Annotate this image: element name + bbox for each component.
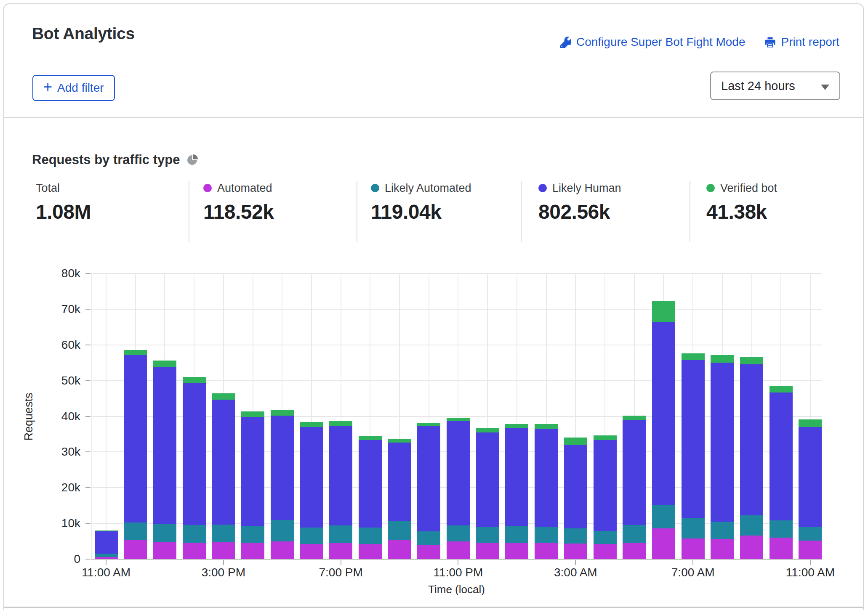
- bar-segment-verified-bot: [799, 419, 822, 427]
- x-tick: [458, 560, 458, 565]
- bar-segment-likely-human: [594, 440, 617, 531]
- bar-segment-automated: [359, 544, 382, 559]
- bar-segment-verified-bot: [183, 377, 206, 383]
- bar-segment-verified-bot: [153, 361, 176, 367]
- y-tick-label: 30k: [44, 445, 80, 459]
- bar-segment-verified-bot: [271, 410, 294, 416]
- x-tick-label: 11:00 AM: [60, 566, 152, 579]
- section-bottom-divider: [4, 607, 863, 608]
- bar-segment-verified-bot: [564, 438, 587, 445]
- bar-segment-likely-human: [241, 417, 264, 526]
- bar-segment-likely-human: [564, 445, 587, 528]
- bar-segment-verified-bot: [300, 422, 323, 427]
- bar-segment-likely-automated: [711, 522, 734, 539]
- bar-segment-automated: [594, 544, 617, 559]
- bar-segment-automated: [124, 540, 147, 559]
- bar-segment-automated: [388, 540, 411, 559]
- bar-segment-likely-automated: [740, 515, 763, 536]
- x-tick-label: 7:00 PM: [295, 566, 387, 579]
- y-tick: [85, 416, 91, 417]
- bar-segment-likely-human: [623, 420, 646, 525]
- bar-segment-automated: [183, 543, 206, 559]
- bar-segment-likely-human: [300, 427, 323, 528]
- bar-segment-likely-human: [769, 393, 793, 520]
- bar-segment-likely-automated: [476, 527, 499, 543]
- bar-segment-likely-automated: [241, 526, 264, 543]
- bar-segment-likely-human: [711, 363, 734, 522]
- x-tick-label: 3:00 AM: [529, 566, 622, 579]
- bar-segment-likely-automated: [447, 525, 470, 541]
- x-axis-line: [91, 559, 822, 560]
- bar-segment-likely-automated: [329, 525, 352, 543]
- horizontal-gridline: [91, 309, 822, 310]
- bar-segment-likely-automated: [95, 554, 118, 557]
- bar-segment-automated: [241, 543, 264, 559]
- bar-segment-likely-human: [359, 440, 382, 528]
- bar-segment-verified-bot: [447, 418, 470, 421]
- bar-segment-automated: [769, 538, 793, 559]
- bar-segment-automated: [212, 542, 235, 559]
- bar-segment-verified-bot: [329, 421, 352, 426]
- bar-segment-likely-human: [124, 355, 147, 522]
- bar-segment-likely-automated: [212, 525, 235, 542]
- bar-segment-likely-automated: [682, 518, 705, 538]
- bar-segment-likely-human: [799, 427, 822, 527]
- bar-segment-likely-human: [740, 364, 763, 515]
- bar-segment-likely-automated: [623, 525, 646, 543]
- bar-segment-automated: [153, 542, 176, 559]
- bar-segment-automated: [300, 544, 323, 559]
- y-tick: [85, 380, 91, 381]
- x-axis-title: Time (local): [394, 583, 520, 596]
- bar-segment-likely-human: [183, 383, 206, 525]
- bar-segment-likely-automated: [505, 526, 528, 543]
- bar-segment-verified-bot: [95, 530, 118, 531]
- x-tick: [341, 560, 341, 565]
- bar-segment-likely-automated: [183, 525, 206, 543]
- bar-segment-likely-human: [153, 367, 176, 524]
- bar-segment-automated: [476, 543, 499, 559]
- bar-segment-likely-automated: [564, 528, 587, 544]
- bar-segment-likely-automated: [271, 520, 294, 541]
- y-tick-label: 40k: [44, 409, 80, 424]
- bar-segment-verified-bot: [476, 428, 499, 432]
- bar-segment-likely-human: [417, 426, 440, 531]
- y-tick: [85, 345, 91, 345]
- bar-segment-automated: [682, 538, 705, 559]
- bar-segment-verified-bot: [594, 435, 617, 440]
- x-tick-label: 11:00 AM: [764, 566, 857, 579]
- bar-segment-likely-human: [505, 428, 528, 526]
- y-tick-label: 10k: [44, 516, 80, 530]
- bar-segment-likely-automated: [594, 531, 617, 544]
- bar-segment-likely-human: [271, 416, 294, 520]
- bar-segment-automated: [417, 545, 440, 559]
- x-tick-label: 3:00 PM: [177, 566, 270, 579]
- x-tick: [810, 560, 811, 565]
- bar-segment-automated: [447, 541, 470, 559]
- bar-segment-verified-bot: [505, 424, 528, 428]
- bar-segment-likely-automated: [769, 520, 793, 538]
- y-tick: [85, 559, 91, 560]
- bar-segment-verified-bot: [682, 353, 705, 360]
- bar-segment-likely-automated: [359, 528, 382, 544]
- y-tick: [85, 451, 91, 452]
- bar-segment-automated: [740, 536, 763, 559]
- bar-segment-likely-automated: [799, 527, 822, 541]
- bar-segment-verified-bot: [212, 393, 235, 400]
- y-tick-label: 70k: [44, 302, 80, 316]
- y-axis-title: Requests: [22, 375, 35, 459]
- bar-segment-likely-human: [95, 531, 118, 554]
- bar-segment-likely-human: [388, 443, 411, 521]
- bar-segment-likely-automated: [652, 505, 675, 528]
- x-tick: [575, 560, 576, 565]
- x-tick-label: 7:00 AM: [647, 566, 739, 579]
- bar-segment-automated: [711, 539, 734, 559]
- bar-segment-likely-automated: [417, 531, 440, 545]
- bar-segment-likely-human: [212, 400, 235, 525]
- bar-segment-verified-bot: [388, 439, 411, 443]
- bar-segment-verified-bot: [740, 357, 763, 364]
- bar-segment-automated: [623, 543, 646, 559]
- bar-segment-likely-human: [329, 426, 352, 525]
- bot-analytics-card: Bot Analytics Configure Super Bot Fight …: [3, 3, 864, 610]
- y-tick-label: 60k: [44, 338, 80, 352]
- bar-segment-verified-bot: [359, 436, 382, 440]
